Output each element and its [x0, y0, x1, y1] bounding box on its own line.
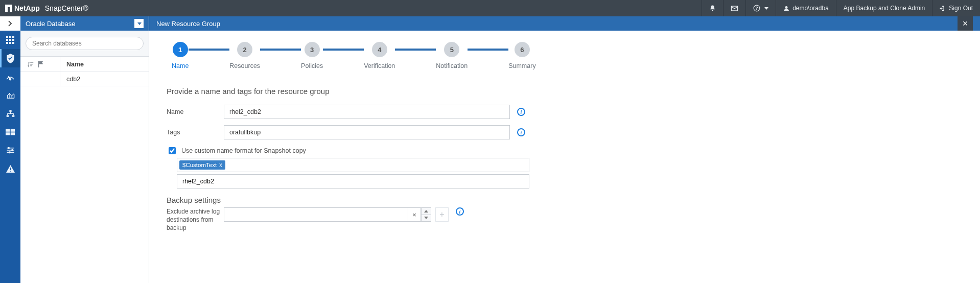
close-icon: × [963, 18, 968, 29]
wizard-stepper: 1 Name 2 Resources 3 Policies 4 Verifica… [172, 42, 958, 69]
rail-resources[interactable] [0, 49, 20, 67]
step-verification[interactable]: 4 Verification [364, 42, 395, 69]
exclude-spinner [421, 207, 431, 222]
chevron-right-icon [8, 20, 12, 27]
user-icon [783, 5, 789, 12]
svg-rect-19 [6, 129, 10, 131]
svg-rect-14 [12, 42, 14, 44]
name-info-icon[interactable]: i [517, 108, 525, 116]
step-name[interactable]: 1 Name [172, 42, 189, 69]
exclude-add-button[interactable]: + [435, 207, 449, 222]
svg-rect-16 [9, 110, 11, 112]
step-summary[interactable]: 6 Summary [508, 42, 535, 69]
tags-input[interactable] [224, 125, 510, 139]
svg-rect-29 [30, 64, 33, 64]
chevron-down-icon [137, 22, 142, 25]
storage-icon [6, 129, 15, 135]
brand-name: NetApp [14, 4, 40, 12]
svg-rect-12 [6, 42, 8, 44]
svg-rect-22 [11, 132, 15, 135]
resource-group-form: Provide a name and tags for the resource… [167, 87, 545, 232]
chevron-up-icon [424, 210, 428, 213]
tags-info-icon[interactable]: i [517, 128, 525, 136]
role-label-button[interactable]: App Backup and Clone Admin [836, 0, 932, 16]
svg-point-25 [9, 152, 10, 153]
chart-icon [6, 91, 15, 99]
svg-rect-9 [6, 39, 8, 41]
brand: NetApp SnapCenter® [5, 4, 88, 12]
svg-rect-20 [11, 129, 15, 131]
rail-settings[interactable] [0, 141, 20, 159]
grid-icon [6, 36, 14, 44]
brand-product: SnapCenter® [45, 4, 88, 12]
svg-rect-26 [10, 168, 10, 170]
custom-name-token: $CustomText x [179, 160, 225, 170]
rail-expand-button[interactable] [0, 16, 20, 31]
rail-dashboard[interactable] [0, 31, 20, 49]
name-label: Name [167, 108, 224, 115]
chevron-down-icon [764, 7, 768, 10]
topbar: NetApp SnapCenter® ? demo\oradba App Bac… [0, 0, 980, 16]
main-title: New Resource Group [156, 20, 220, 28]
resource-scope-dropdown[interactable] [134, 19, 144, 28]
custom-name-checkbox[interactable] [169, 147, 176, 154]
exclude-input[interactable] [224, 207, 408, 222]
resource-search-input[interactable] [26, 37, 144, 50]
signout-icon [940, 5, 946, 12]
nav-rail [0, 16, 20, 283]
resource-search-wrap [20, 31, 149, 57]
sitemap-icon [6, 110, 15, 117]
resource-scope-label: Oracle Database [26, 20, 76, 28]
svg-rect-7 [9, 36, 11, 38]
main-area: New Resource Group × 1 Name 2 Resources [149, 16, 980, 283]
svg-point-23 [8, 147, 9, 149]
svg-rect-18 [12, 115, 14, 117]
notifications-button[interactable] [702, 0, 723, 16]
warning-icon [6, 165, 15, 173]
svg-rect-27 [10, 171, 10, 171]
flag-icon[interactable] [38, 61, 44, 67]
custom-name-label: Use custom name format for Snapshot copy [181, 147, 306, 154]
signout-button[interactable]: Sign Out [932, 0, 980, 16]
exclude-info-icon[interactable]: i [456, 207, 464, 216]
form-heading: Provide a name and tags for the resource… [167, 87, 545, 96]
exclude-spin-down[interactable] [421, 215, 431, 222]
step-notification[interactable]: 5 Notification [436, 42, 468, 69]
token-remove-icon[interactable]: x [219, 161, 222, 169]
close-button[interactable]: × [958, 16, 973, 31]
user-button[interactable]: demo\oradba [776, 0, 836, 16]
rail-monitor[interactable] [0, 67, 20, 86]
rail-reports[interactable] [0, 86, 20, 104]
resource-row-name: cdb2 [60, 76, 149, 83]
help-button[interactable]: ? [745, 0, 776, 16]
mail-icon [731, 6, 738, 11]
step-policies[interactable]: 3 Policies [301, 42, 323, 69]
tags-label: Tags [167, 129, 224, 136]
svg-rect-8 [12, 36, 14, 38]
step-resources[interactable]: 2 Resources [229, 42, 260, 69]
custom-name-token-box[interactable]: $CustomText x [177, 158, 529, 172]
help-icon: ? [753, 5, 760, 12]
messages-button[interactable] [723, 0, 745, 16]
exclude-label: Exclude archive log destinations from ba… [167, 207, 224, 232]
svg-rect-17 [6, 115, 8, 117]
custom-name-input-wrap [177, 174, 529, 188]
svg-rect-10 [9, 39, 11, 41]
resource-scope-bar: Oracle Database [20, 16, 149, 31]
rail-hosts[interactable] [0, 104, 20, 123]
exclude-spin-up[interactable] [421, 207, 431, 215]
svg-rect-13 [9, 42, 11, 44]
svg-rect-28 [30, 62, 33, 63]
exclude-clear-button[interactable]: × [408, 207, 421, 222]
rail-storage[interactable] [0, 123, 20, 141]
rail-alerts[interactable] [0, 159, 20, 178]
name-input[interactable] [224, 105, 510, 119]
resource-row[interactable]: cdb2 [20, 72, 149, 86]
sort-icon[interactable] [28, 61, 34, 67]
custom-name-input[interactable] [177, 175, 529, 187]
chevron-down-icon [424, 217, 428, 219]
svg-rect-21 [6, 132, 10, 135]
topbar-actions: ? demo\oradba App Backup and Clone Admin… [702, 0, 980, 16]
backup-settings-heading: Backup settings [167, 196, 545, 204]
svg-rect-11 [12, 39, 14, 41]
